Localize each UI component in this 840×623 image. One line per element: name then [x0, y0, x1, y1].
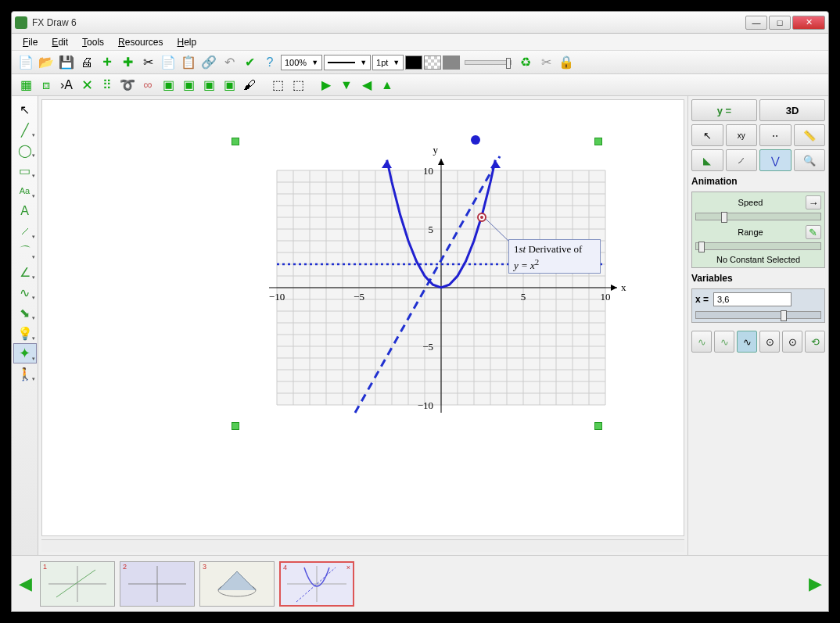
next-page-button[interactable]: ▶: [805, 561, 825, 607]
spline-tool[interactable]: ∿▾: [13, 282, 37, 303]
panel-tangent[interactable]: ⟋: [726, 149, 758, 171]
layers4-button[interactable]: ▣: [220, 76, 239, 95]
thumb-2[interactable]: 2: [120, 561, 195, 607]
check-button[interactable]: ✔: [240, 53, 259, 72]
panel-zoom[interactable]: 🔍: [794, 149, 826, 171]
panel-axes[interactable]: xy: [726, 124, 758, 146]
trace3-button[interactable]: ∿: [737, 331, 757, 353]
link-button[interactable]: 🔗: [199, 53, 218, 72]
person-tool[interactable]: 🚶▾: [13, 363, 37, 384]
lock-button[interactable]: 🔒: [557, 53, 576, 72]
group1-button[interactable]: ⬚: [268, 76, 287, 95]
minimize-button[interactable]: —: [745, 16, 767, 30]
trace4-button[interactable]: ⊙: [759, 331, 780, 353]
lineweight-select[interactable]: 1pt▼: [372, 55, 404, 70]
undo-button[interactable]: ↶: [220, 53, 239, 72]
var-x-input[interactable]: [713, 292, 792, 306]
group2-button[interactable]: ⬚: [289, 76, 307, 95]
recycle-button[interactable]: ♻: [516, 53, 535, 72]
arrow2-button[interactable]: ▼: [337, 76, 356, 95]
panel-pointer[interactable]: ↖: [691, 124, 723, 146]
save-button[interactable]: 💾: [57, 53, 76, 72]
paste-button[interactable]: 📋: [179, 53, 198, 72]
text-a-button[interactable]: ›A: [57, 76, 76, 95]
texta-tool[interactable]: A: [13, 201, 37, 221]
new-button[interactable]: 📄: [16, 53, 35, 72]
curve-tool[interactable]: ⟋▾: [13, 221, 37, 242]
panel-derivative[interactable]: ⋁: [759, 149, 792, 171]
trace2-button[interactable]: ∿: [714, 331, 734, 353]
brush-button[interactable]: 🖌: [240, 76, 259, 95]
rect-tool[interactable]: ▭▾: [13, 160, 37, 181]
color-pattern[interactable]: [424, 55, 441, 70]
speed-slider[interactable]: [695, 213, 821, 220]
menu-file[interactable]: File: [16, 35, 44, 49]
yeq-button[interactable]: y =: [691, 99, 757, 121]
menu-resources[interactable]: Resources: [112, 35, 169, 49]
arrow3-button[interactable]: ◀: [357, 76, 376, 95]
loop-button[interactable]: ➰: [118, 76, 137, 95]
menu-edit[interactable]: Edit: [45, 35, 74, 49]
panel-ruler[interactable]: 📏: [794, 124, 826, 146]
canvas[interactable]: −10 −5 5 10 10 5 −5 −10 x y: [41, 99, 684, 536]
thumb-1[interactable]: 1: [40, 561, 115, 607]
svg-text:10: 10: [601, 291, 611, 303]
isogrid-button[interactable]: ⧈: [37, 76, 56, 95]
bulb-tool[interactable]: 💡▾: [13, 323, 37, 343]
maximize-button[interactable]: □: [769, 16, 791, 30]
app-window: FX Draw 6 — □ ✕ File Edit Tools Resource…: [11, 11, 829, 612]
scissors2-button[interactable]: ✂: [537, 53, 555, 72]
graph-tool[interactable]: ✦▾: [13, 343, 37, 363]
thumb-4[interactable]: 4×: [279, 561, 354, 607]
zoom-select[interactable]: 100%▼: [281, 55, 322, 70]
linestyle-select[interactable]: ▼: [324, 55, 371, 70]
x-button[interactable]: ✕: [77, 76, 96, 95]
thumb-close-icon[interactable]: ×: [346, 564, 350, 571]
copy-button[interactable]: 📄: [159, 53, 178, 72]
arrow1-button[interactable]: ▶: [317, 76, 336, 95]
svg-text:10: 10: [423, 165, 433, 177]
line-tool[interactable]: ╱▾: [13, 120, 37, 140]
print-button[interactable]: 🖨: [77, 53, 96, 72]
3d-button[interactable]: 3D: [759, 99, 825, 121]
layers1-button[interactable]: ▣: [159, 76, 178, 95]
horizontal-scrollbar[interactable]: [41, 539, 684, 552]
dots-button[interactable]: ⠿: [98, 76, 117, 95]
cut-button[interactable]: ✂: [138, 53, 157, 72]
add-button[interactable]: +: [98, 53, 117, 72]
layers3-button[interactable]: ▣: [199, 76, 218, 95]
color-bg[interactable]: [443, 55, 460, 70]
arrow4-button[interactable]: ▲: [378, 76, 397, 95]
pointer-tool[interactable]: ↖: [13, 99, 37, 120]
panel-shade[interactable]: ◣: [691, 149, 723, 171]
infinity-button[interactable]: ∞: [138, 76, 157, 95]
add-page-button[interactable]: ✚: [118, 53, 137, 72]
textaa-tool[interactable]: Aa▾: [13, 181, 37, 201]
trace1-button[interactable]: ∿: [691, 331, 712, 353]
grid-button[interactable]: ▦: [16, 76, 35, 95]
panel-points[interactable]: ⋅⋅: [759, 124, 792, 146]
range-edit-button[interactable]: ✎: [806, 225, 821, 239]
svg-marker-59: [382, 160, 392, 168]
angle-tool[interactable]: ∠▾: [13, 262, 37, 282]
callout-box[interactable]: 1st Derivative of y = x2: [508, 239, 601, 274]
trace5-button[interactable]: ⊙: [782, 331, 802, 353]
diag-tool[interactable]: ⬊▾: [13, 303, 37, 323]
window-title: FX Draw 6: [32, 17, 744, 28]
prev-page-button[interactable]: ◀: [15, 561, 35, 607]
circle-tool[interactable]: ◯▾: [13, 140, 37, 160]
var-x-slider[interactable]: [695, 311, 821, 319]
range-slider[interactable]: [695, 242, 821, 250]
speed-play-button[interactable]: →: [806, 195, 821, 209]
open-button[interactable]: 📂: [37, 53, 56, 72]
layers2-button[interactable]: ▣: [179, 76, 198, 95]
thumb-3[interactable]: 3: [199, 561, 275, 607]
menu-tools[interactable]: Tools: [76, 35, 110, 49]
opacity-slider[interactable]: [465, 60, 512, 65]
help-button[interactable]: ?: [260, 53, 279, 72]
refresh-button[interactable]: ⟲: [805, 331, 825, 353]
menu-help[interactable]: Help: [171, 35, 203, 49]
close-button[interactable]: ✕: [792, 16, 825, 30]
arc-tool[interactable]: ⌒▾: [13, 242, 37, 262]
color-fg[interactable]: [405, 55, 422, 70]
